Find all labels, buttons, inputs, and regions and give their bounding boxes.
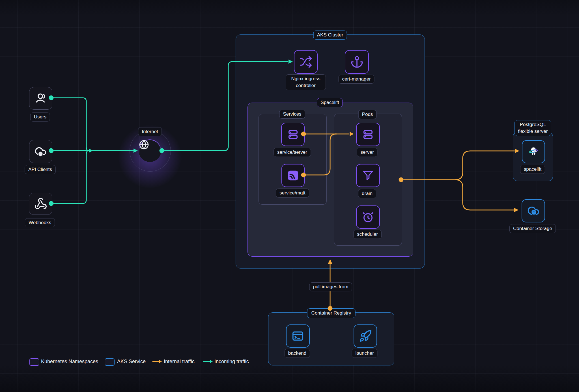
server-icon xyxy=(287,128,300,141)
terminal-window-icon xyxy=(291,330,304,343)
rocket-icon xyxy=(359,330,372,343)
legend-namespace-label: Kubernetes Namespaces xyxy=(41,358,98,365)
diagram-canvas: Users API Clients Webhooks xyxy=(0,0,579,392)
alarm-clock-icon xyxy=(361,211,374,224)
api-clients-node xyxy=(29,140,52,163)
internet-node xyxy=(139,139,161,162)
mqtt-icon xyxy=(287,169,300,182)
server-icon xyxy=(361,128,374,141)
service-mqtt-label: service/mqtt xyxy=(276,189,309,198)
legend-internal-traffic-arrow xyxy=(152,359,162,364)
server-pod-node xyxy=(356,123,380,146)
users-node xyxy=(29,87,52,110)
backend-node xyxy=(286,324,310,348)
webhooks-node xyxy=(29,193,52,215)
container-storage-label: Container Storage xyxy=(509,224,556,233)
cert-manager-label: cert-manager xyxy=(338,75,374,84)
service-server-label: service/server xyxy=(274,148,311,157)
legend-namespace-swatch xyxy=(29,358,39,366)
drain-pod-node xyxy=(356,164,380,187)
aks-cluster-title: AKS Cluster xyxy=(313,31,347,40)
launcher-label: launcher xyxy=(352,349,377,358)
anchor-icon xyxy=(350,55,363,68)
container-registry-title: Container Registry xyxy=(307,308,356,318)
postgres-title: PostgreSQL flexible server xyxy=(515,120,551,136)
server-pod-label: server xyxy=(357,148,377,157)
container-storage-node xyxy=(522,199,545,222)
legend-incoming-traffic-arrow xyxy=(203,359,213,364)
users-label: Users xyxy=(30,112,50,122)
spacelift-db-node xyxy=(522,140,545,163)
launcher-node xyxy=(354,324,377,348)
scheduler-pod-node xyxy=(356,205,380,229)
internet-label: Internet xyxy=(138,127,162,136)
spacelift-db-label: spacelift xyxy=(520,165,545,174)
legend-internal-traffic-label: Internal traffic xyxy=(164,358,195,365)
spacelift-title: Spacelift xyxy=(317,98,343,107)
nginx-ingress-label: Nginx ingress controller xyxy=(286,74,326,90)
legend-aks-service-swatch xyxy=(105,358,115,366)
cert-manager-node xyxy=(345,50,369,74)
backend-label: backend xyxy=(285,349,310,358)
users-icon xyxy=(34,92,47,105)
shuffle-icon xyxy=(299,55,312,68)
drain-pod-label: drain xyxy=(358,189,376,198)
webhooks-label: Webhooks xyxy=(25,218,55,227)
scheduler-pod-label: scheduler xyxy=(353,230,382,239)
globe-icon xyxy=(139,139,149,150)
service-mqtt-node xyxy=(281,164,305,187)
service-server-node xyxy=(281,123,305,146)
pull-images-label: pull images from xyxy=(309,282,352,291)
pods-title: Pods xyxy=(358,110,377,119)
nginx-ingress-node xyxy=(294,50,318,74)
webhook-icon xyxy=(34,197,47,210)
cloud-database-icon xyxy=(527,204,540,217)
funnel-icon xyxy=(361,169,374,182)
cloud-gear-icon xyxy=(34,145,47,158)
api-clients-label: API Clients xyxy=(25,165,56,174)
legend-aks-service-label: AKS Service xyxy=(117,358,146,365)
spacelift-mascot-icon xyxy=(527,145,540,159)
services-title: Services xyxy=(279,110,305,119)
legend-incoming-traffic-label: Incoming traffic xyxy=(214,358,249,365)
